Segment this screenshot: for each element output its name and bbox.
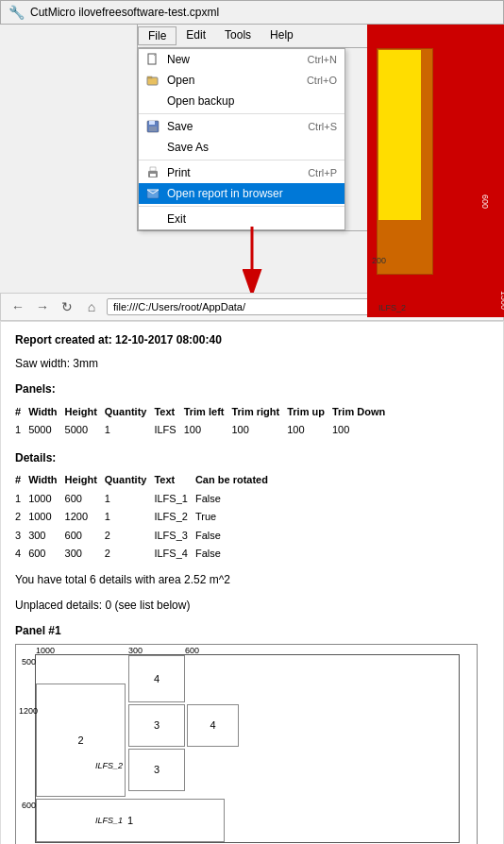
details-col-rotated: Can be rotated	[195, 471, 276, 490]
menu-new[interactable]: New Ctrl+N	[139, 49, 344, 70]
total-line: You have total 6 details with area 2.52 …	[15, 571, 489, 589]
table-row: 46003002ILFS_4False	[15, 545, 276, 564]
panels-col-trimup: Trim up	[287, 403, 332, 422]
open-report-icon	[144, 185, 161, 202]
home-button[interactable]: ⌂	[82, 297, 101, 316]
menu-open[interactable]: Open Ctrl+O	[139, 70, 344, 91]
window-title: CutMicro ilovefreesoftware-test.cpxml	[30, 6, 219, 19]
panels-col-num: #	[15, 403, 28, 422]
report-content: Report created at: 12-10-2017 08:00:40 S…	[0, 321, 504, 844]
open-backup-icon	[144, 93, 161, 110]
panels-col-trimdown: Trim Down	[332, 403, 393, 422]
menu-open-label: Open	[167, 74, 194, 87]
down-arrow	[224, 227, 280, 293]
panels-section-label: Panels:	[15, 380, 489, 398]
separator-2	[139, 160, 344, 160]
size-label-preview: 1300	[499, 291, 504, 310]
label-600-header: 600	[185, 644, 199, 657]
details-col-text: Text	[154, 471, 194, 490]
table-row: 33006002ILFS_3False	[15, 527, 276, 546]
menu-help[interactable]: Help	[260, 26, 303, 45]
svg-rect-9	[150, 174, 156, 177]
report-created-label: Report created at:	[15, 333, 112, 346]
details-col-quantity: Quantity	[105, 471, 155, 490]
menu-bar: File Edit Tools Help	[138, 25, 367, 48]
menu-new-label: New	[167, 53, 190, 66]
save-as-icon	[144, 139, 161, 156]
file-dropdown: New Ctrl+N Open Ctrl+O Open backup Save …	[138, 48, 345, 230]
unplaced-line: Unplaced details: 0 (see list below)	[15, 597, 489, 615]
arrow-container	[0, 227, 504, 293]
panels-col-width: Width	[28, 403, 64, 422]
menu-save[interactable]: Save Ctrl+S	[139, 116, 344, 137]
menu-exit-label: Exit	[167, 212, 186, 226]
menu-save-as[interactable]: Save As	[139, 137, 344, 158]
piece-3-top: 3	[128, 704, 185, 747]
app-icon: 🔧	[8, 5, 25, 20]
menu-save-shortcut: Ctrl+S	[308, 121, 337, 132]
table-row: 2100012001ILFS_2True	[15, 508, 276, 527]
menu-save-as-label: Save As	[167, 141, 209, 154]
print-icon	[144, 164, 161, 181]
menu-print-shortcut: Ctrl+P	[308, 167, 337, 178]
details-col-num: #	[15, 471, 28, 490]
label-500: 500	[22, 655, 36, 668]
table-row: 1500050001ILFS100100100100	[15, 421, 393, 440]
menu-edit[interactable]: Edit	[176, 26, 215, 45]
svg-rect-8	[150, 167, 156, 171]
open-icon	[144, 72, 161, 89]
exit-icon	[144, 211, 161, 228]
ilfs2-label-preview: ILFS_2	[378, 303, 406, 312]
panel-outline: 2 4 3 4 3 1 1000 300 600 1200 500 600 IL…	[35, 654, 460, 843]
ilfs1-diagram: ILFS_1	[95, 814, 123, 827]
title-bar: 🔧 CutMicro ilovefreesoftware-test.cpxml	[0, 0, 504, 25]
panels-table: # Width Height Quantity Text Trim left T…	[15, 403, 393, 440]
refresh-button[interactable]: ↻	[58, 297, 76, 316]
forward-button[interactable]: →	[33, 297, 52, 316]
details-section-label: Details:	[15, 449, 489, 467]
menu-save-label: Save	[167, 120, 193, 133]
menu-open-backup-label: Open backup	[167, 94, 234, 108]
table-row: 110006001ILFS_1False	[15, 490, 276, 509]
panel-diagram: 2 4 3 4 3 1 1000 300 600 1200 500 600 IL…	[15, 644, 478, 844]
label-1000-top: 1000	[36, 644, 55, 657]
panels-col-height: Height	[65, 403, 105, 422]
ilfs2-diagram: ILFS_2	[95, 759, 123, 772]
report-created-line: Report created at: 12-10-2017 08:00:40	[15, 331, 489, 349]
details-col-width: Width	[28, 471, 64, 490]
panels-col-text: Text	[154, 403, 183, 422]
menu-open-report-label: Open report in browser	[167, 187, 283, 200]
details-table: # Width Height Quantity Text Can be rota…	[15, 471, 276, 564]
menu-tools[interactable]: Tools	[215, 26, 260, 45]
details-col-height: Height	[65, 471, 105, 490]
svg-rect-5	[149, 121, 155, 125]
menu-open-backup[interactable]: Open backup	[139, 91, 344, 111]
menu-file[interactable]: File	[138, 26, 176, 45]
size-600-preview: 600	[480, 194, 490, 209]
new-icon	[144, 51, 161, 68]
menu-new-shortcut: Ctrl+N	[308, 54, 337, 65]
panels-col-trimright: Trim right	[231, 403, 287, 422]
panels-col-quantity: Quantity	[105, 403, 155, 422]
label-1200: 1200	[19, 704, 38, 717]
panel-section-title: Panel #1	[15, 622, 489, 640]
back-button[interactable]: ←	[8, 297, 27, 316]
separator-1	[139, 113, 344, 114]
menu-open-shortcut: Ctrl+O	[307, 75, 337, 86]
label-600-side: 600	[22, 799, 36, 812]
save-icon	[144, 118, 161, 135]
svg-rect-3	[147, 76, 152, 78]
menu-open-report[interactable]: Open report in browser	[139, 183, 344, 204]
piece-4-mid: 4	[187, 704, 239, 747]
panels-col-trimleft: Trim left	[184, 403, 232, 422]
piece-2: 2	[36, 684, 126, 797]
url-bar[interactable]: file:///C:/Users/root/AppData/	[107, 298, 373, 315]
menu-print-label: Print	[167, 166, 191, 179]
saw-width: Saw width: 3mm	[15, 355, 489, 373]
label-300: 300	[128, 644, 143, 657]
separator-3	[139, 206, 344, 207]
piece-3-bot: 3	[128, 749, 185, 791]
svg-rect-6	[149, 127, 157, 131]
piece-1: 1	[36, 799, 225, 842]
menu-print[interactable]: Print Ctrl+P	[139, 162, 344, 183]
